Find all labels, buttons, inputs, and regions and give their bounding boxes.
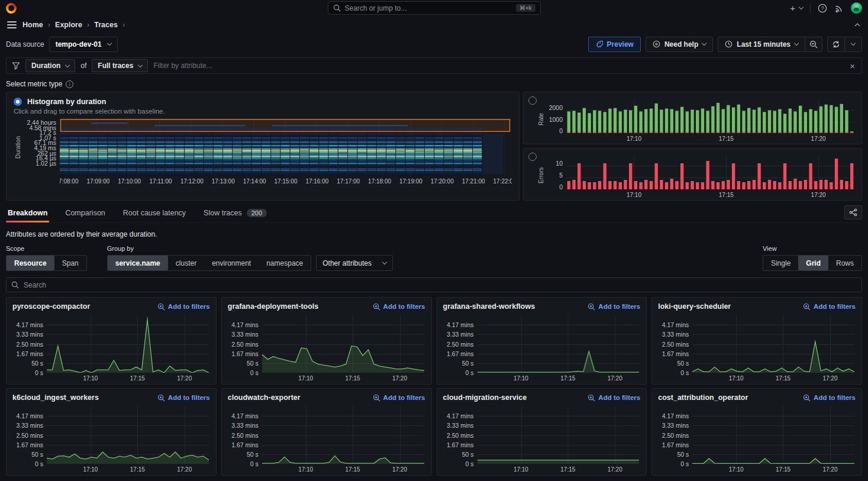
service-name: loki-query-scheduler <box>658 302 731 311</box>
x-tick-label: 17:21:00 <box>462 178 485 185</box>
rate-chart-canvas[interactable] <box>566 100 854 133</box>
scope-switcher: ResourceSpan <box>6 255 87 271</box>
collapse-chevron-up-icon[interactable] <box>854 21 861 28</box>
service-chart-canvas[interactable] <box>47 406 209 464</box>
other-attributes-select[interactable]: Other attributes <box>316 255 393 271</box>
groupby-option-namespace[interactable]: namespace <box>259 256 311 270</box>
add-to-filters-button[interactable]: Add to filters <box>373 394 425 402</box>
add-new-button[interactable]: + <box>790 3 803 13</box>
tab-label: Slow traces <box>204 209 242 217</box>
x-tick-label: 17:08:00 <box>60 178 78 185</box>
attribute-filter-input[interactable] <box>153 62 843 70</box>
add-to-filters-button[interactable]: Add to filters <box>588 394 640 402</box>
add-to-filters-button[interactable]: Add to filters <box>373 303 425 311</box>
y-tick-label: 50 s <box>677 360 689 367</box>
magnifier-plus-icon <box>803 394 811 402</box>
user-avatar[interactable] <box>851 2 862 14</box>
service-chart-canvas[interactable] <box>477 406 640 464</box>
service-panel-header: cloudwatch-exporterAdd to filters <box>228 393 425 402</box>
errors-radio[interactable] <box>528 153 537 161</box>
service-chart-canvas[interactable] <box>477 315 640 373</box>
menu-toggle-icon[interactable] <box>7 21 17 28</box>
service-panel-cloudwatch-exporter: cloudwatch-exporterAdd to filters4.17 mi… <box>221 388 432 476</box>
add-to-filters-button[interactable]: Add to filters <box>157 394 210 402</box>
add-to-filters-label: Add to filters <box>383 303 425 310</box>
help-icon[interactable]: ? <box>818 4 827 13</box>
clear-filters-icon[interactable]: × <box>848 61 856 71</box>
service-name: grafana-deployment-tools <box>228 302 319 311</box>
y-tick-label: 0 s <box>250 460 259 467</box>
errors-chart-canvas[interactable] <box>566 156 854 189</box>
service-name: grafana-shared-workflows <box>443 302 535 311</box>
add-to-filters-label: Add to filters <box>168 303 210 310</box>
heatmap-time-axis: 17:08:0017:09:0017:10:0017:11:0017:12:00… <box>60 177 512 186</box>
datasource-picker[interactable]: tempo-dev-01 <box>49 37 118 52</box>
histogram-radio-selected[interactable] <box>14 98 22 106</box>
add-to-filters-button[interactable]: Add to filters <box>588 303 640 311</box>
global-search[interactable]: ⌘+k <box>328 1 541 15</box>
time-range-picker[interactable]: Last 15 minutes <box>718 37 805 52</box>
need-help-button[interactable]: Need help <box>646 37 713 52</box>
duration-filter-dropdown[interactable]: Duration <box>25 59 75 72</box>
service-panel-header: grafana-deployment-toolsAdd to filters <box>228 302 425 311</box>
x-tick-label: 17:10 <box>729 375 744 382</box>
scope-option-resource[interactable]: Resource <box>7 256 54 270</box>
service-chart-canvas[interactable] <box>262 406 424 464</box>
chevron-down-icon <box>794 41 799 46</box>
x-tick-label: 17:10:00 <box>118 178 141 185</box>
add-to-filters-button[interactable]: Add to filters <box>157 303 210 311</box>
breadcrumb-separator-icon: › <box>48 20 50 29</box>
refresh-button[interactable] <box>827 37 845 52</box>
refresh-interval-dropdown[interactable] <box>844 37 862 52</box>
of-label: of <box>80 62 86 70</box>
magnifier-plus-icon <box>373 303 380 311</box>
attribute-search-input[interactable] <box>24 281 857 289</box>
rocket-icon <box>595 40 603 48</box>
y-tick-label: 50 s <box>462 451 474 458</box>
rate-radio[interactable] <box>528 96 537 105</box>
global-search-input[interactable] <box>345 4 512 12</box>
grafana-logo-icon[interactable] <box>6 3 17 14</box>
y-tick-label: 0 <box>559 183 563 191</box>
share-button[interactable] <box>844 205 862 219</box>
y-tick-label: 0 s <box>465 369 473 376</box>
service-chart-canvas[interactable] <box>47 315 209 373</box>
groupby-option-service-name[interactable]: service.name <box>108 256 168 270</box>
groupby-option-cluster[interactable]: cluster <box>168 256 204 270</box>
breadcrumb-item-home[interactable]: Home <box>22 21 43 29</box>
service-name: cloud-migration-service <box>443 393 527 402</box>
tab-root-cause-latency[interactable]: Root cause latency <box>121 204 188 222</box>
x-tick-label: 17:22:00 <box>493 178 512 185</box>
y-tick-label: 4.17 mins <box>662 412 689 419</box>
tab-breakdown[interactable]: Breakdown <box>6 204 49 222</box>
histogram-panel: Histogram by duration Click and drag to … <box>6 92 519 201</box>
attribute-search[interactable] <box>6 277 862 292</box>
view-option-grid[interactable]: Grid <box>798 256 828 270</box>
news-feed-icon[interactable] <box>834 4 844 13</box>
service-chart-canvas[interactable] <box>262 315 424 373</box>
breadcrumb-item-traces[interactable]: Traces <box>94 21 118 29</box>
service-chart: 4.17 mins3.33 mins2.50 mins1.67 mins50 s… <box>443 313 641 383</box>
tab-comparison[interactable]: Comparison <box>63 204 107 222</box>
add-to-filters-label: Add to filters <box>814 394 856 401</box>
zoom-out-button[interactable] <box>805 37 822 52</box>
view-option-single[interactable]: Single <box>763 256 798 270</box>
service-panels-grid: pyroscope-compactorAdd to filters4.17 mi… <box>6 297 862 476</box>
scope-option-span[interactable]: Span <box>54 256 86 270</box>
preview-button[interactable]: Preview <box>588 37 641 52</box>
info-icon[interactable]: i <box>66 80 73 88</box>
service-chart-plot: 17:1017:1517:20 <box>47 404 210 474</box>
traces-type-dropdown[interactable]: Full traces <box>92 59 148 72</box>
service-chart-canvas[interactable] <box>692 315 854 373</box>
duration-heatmap-canvas[interactable] <box>60 118 512 177</box>
groupby-option-environment[interactable]: environment <box>204 256 259 270</box>
tab-slow-traces[interactable]: Slow traces200 <box>202 204 269 222</box>
breadcrumb-item-explore[interactable]: Explore <box>55 21 82 29</box>
service-chart-canvas[interactable] <box>692 406 854 464</box>
y-tick-label: 50 s <box>247 451 259 458</box>
add-to-filters-button[interactable]: Add to filters <box>803 394 856 402</box>
y-tick-label: 2.50 mins <box>231 341 259 348</box>
add-to-filters-button[interactable]: Add to filters <box>803 303 856 311</box>
view-option-rows[interactable]: Rows <box>828 256 861 270</box>
x-tick-label: 17:17:00 <box>337 178 360 185</box>
